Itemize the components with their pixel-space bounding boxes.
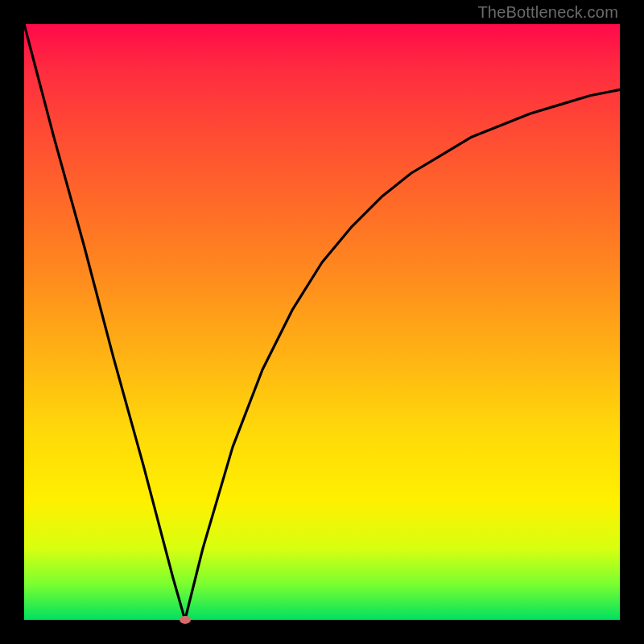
bottleneck-curve [24, 24, 620, 620]
min-point-marker [180, 616, 191, 624]
curve-layer [24, 24, 620, 620]
watermark-text: TheBottleneck.com [477, 3, 618, 22]
chart-frame: TheBottleneck.com [0, 0, 644, 644]
plot-area [24, 24, 620, 620]
